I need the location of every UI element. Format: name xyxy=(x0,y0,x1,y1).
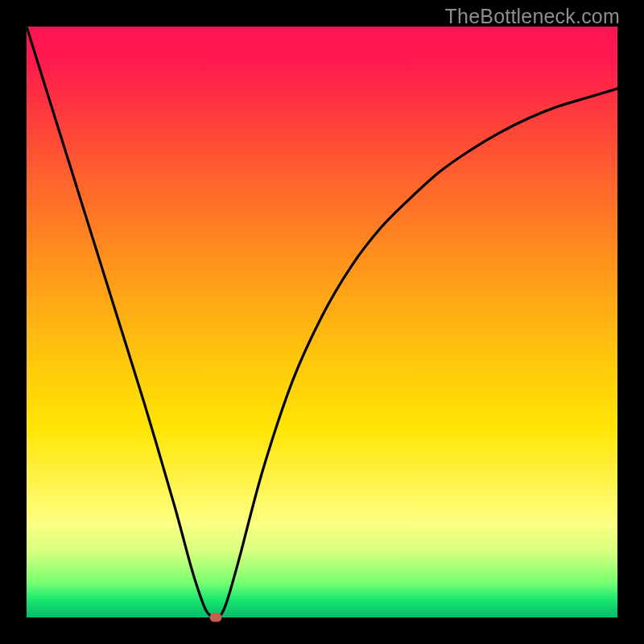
minimum-marker-icon xyxy=(209,613,221,622)
watermark-label: TheBottleneck.com xyxy=(445,5,620,28)
plot-gradient-background xyxy=(27,27,617,617)
chart-frame: TheBottleneck.com xyxy=(0,0,644,644)
